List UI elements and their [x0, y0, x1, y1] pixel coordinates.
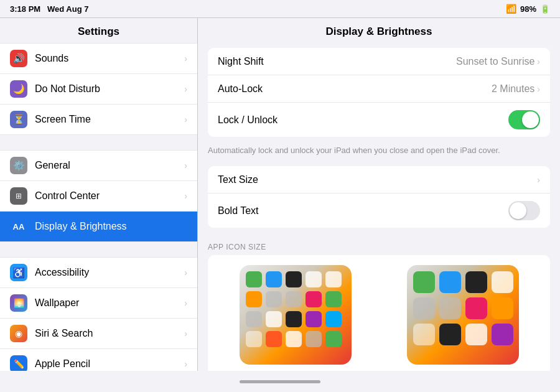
wallpaper-chevron: ›: [184, 298, 187, 308]
icon-option-more[interactable]: More ✓: [218, 265, 373, 371]
svg-rect-20: [325, 331, 342, 347]
screen-time-label: Screen Time: [35, 114, 184, 125]
sounds-icon: 🔊: [10, 50, 27, 67]
svg-rect-27: [439, 297, 461, 319]
svg-rect-23: [439, 271, 461, 293]
display-section-2: Text Size › Bold Text: [208, 166, 550, 228]
status-bar: 3:18 PM Wed Aug 7 📶 98% 🔋: [0, 0, 560, 17]
svg-rect-7: [266, 291, 282, 307]
icon-option-bigger[interactable]: Bigger: [385, 265, 540, 371]
auto-lock-row[interactable]: Auto-Lock 2 Minutes ›: [208, 75, 550, 103]
lock-unlock-helper: Automatically lock and unlock your iPad …: [198, 142, 560, 161]
toggle-knob: [522, 111, 539, 128]
svg-rect-8: [286, 291, 302, 307]
svg-rect-19: [306, 331, 322, 347]
display-section-1: Night Shift Sunset to Sunrise › Auto-Loc…: [208, 48, 550, 137]
do-not-disturb-chevron: ›: [184, 84, 187, 94]
sidebar-item-display-brightness[interactable]: AA Display & Brightness: [0, 212, 197, 242]
apple-pencil-icon: ✏️: [10, 355, 27, 371]
bold-text-toggle[interactable]: [508, 201, 540, 220]
sidebar-group-1: 🔊 Sounds › 🌙 Do Not Disturb › ⏳ Screen T…: [0, 43, 197, 135]
detail-title: Display & Brightness: [198, 18, 560, 43]
siri-search-label: Siri & Search: [35, 328, 184, 339]
svg-rect-6: [246, 291, 262, 307]
control-center-chevron: ›: [184, 191, 187, 201]
status-time-date: 3:18 PM Wed Aug 7: [10, 4, 88, 14]
detail-panel: Display & Brightness Night Shift Sunset …: [198, 18, 560, 371]
accessibility-icon: ♿: [10, 264, 27, 281]
svg-rect-3: [286, 271, 302, 287]
bottom-bar: [0, 371, 560, 392]
svg-rect-24: [465, 271, 487, 293]
auto-lock-chevron: ›: [537, 84, 540, 94]
svg-rect-33: [492, 324, 513, 345]
sidebar-item-sounds[interactable]: 🔊 Sounds ›: [0, 43, 197, 74]
sounds-chevron: ›: [184, 54, 187, 63]
svg-rect-29: [492, 297, 513, 319]
svg-rect-25: [492, 271, 513, 293]
sidebar-item-accessibility[interactable]: ♿ Accessibility ›: [0, 257, 197, 288]
sidebar-item-do-not-disturb[interactable]: 🌙 Do Not Disturb ›: [0, 74, 197, 105]
accessibility-label: Accessibility: [35, 267, 184, 278]
battery-level: 98%: [520, 4, 536, 14]
svg-rect-2: [266, 271, 282, 287]
display-brightness-label: Display & Brightness: [35, 221, 187, 232]
night-shift-label: Night Shift: [218, 56, 456, 67]
night-shift-row[interactable]: Night Shift Sunset to Sunrise ›: [208, 48, 550, 75]
svg-rect-11: [246, 311, 262, 327]
sounds-label: Sounds: [35, 53, 184, 64]
sidebar-item-general[interactable]: ⚙️ General ›: [0, 150, 197, 181]
svg-rect-26: [413, 297, 435, 319]
svg-rect-4: [306, 271, 322, 287]
svg-rect-16: [246, 331, 262, 347]
svg-rect-30: [413, 324, 435, 345]
status-indicators: 📶 98% 🔋: [506, 4, 550, 14]
general-label: General: [35, 160, 184, 171]
night-shift-chevron: ›: [537, 57, 540, 67]
spacer-2: [0, 242, 197, 257]
svg-rect-18: [286, 331, 302, 347]
accessibility-chevron: ›: [184, 268, 187, 278]
sidebar-item-screen-time[interactable]: ⏳ Screen Time ›: [0, 105, 197, 135]
app-container: Settings 🔊 Sounds › 🌙 Do Not Disturb › ⏳…: [0, 17, 560, 371]
app-icon-size-container: More ✓: [208, 255, 550, 371]
screen-time-icon: ⏳: [10, 111, 27, 128]
apple-pencil-chevron: ›: [184, 359, 187, 369]
general-chevron: ›: [184, 161, 187, 170]
siri-search-chevron: ›: [184, 329, 187, 338]
night-shift-value: Sunset to Sunrise: [456, 56, 534, 67]
siri-search-icon: ◉: [10, 325, 27, 342]
svg-rect-22: [413, 271, 435, 293]
home-indicator: [240, 380, 320, 383]
auto-lock-value: 2 Minutes: [492, 83, 534, 95]
sidebar-item-apple-pencil[interactable]: ✏️ Apple Pencil ›: [0, 349, 197, 371]
status-date: Wed Aug 7: [47, 4, 88, 14]
screen-time-chevron: ›: [184, 114, 187, 124]
text-size-label: Text Size: [218, 174, 537, 185]
bold-text-toggle-knob: [510, 202, 526, 219]
svg-rect-5: [325, 271, 342, 287]
svg-rect-28: [465, 297, 487, 319]
sidebar-title: Settings: [0, 18, 197, 43]
sidebar-item-siri-search[interactable]: ◉ Siri & Search ›: [0, 319, 197, 349]
status-time: 3:18 PM: [10, 4, 40, 14]
svg-rect-10: [325, 291, 342, 307]
sidebar-group-2: ⚙️ General › ⊞ Control Center › AA Displ…: [0, 150, 197, 242]
battery-icon: 🔋: [540, 4, 550, 14]
auto-lock-label: Auto-Lock: [218, 83, 492, 95]
icon-preview-more-svg: [240, 265, 352, 365]
text-size-chevron: ›: [537, 175, 540, 185]
svg-rect-31: [439, 324, 461, 345]
wifi-icon: 📶: [506, 4, 516, 14]
sidebar-item-control-center[interactable]: ⊞ Control Center ›: [0, 181, 197, 212]
sidebar-item-wallpaper[interactable]: 🌅 Wallpaper ›: [0, 288, 197, 319]
svg-rect-1: [246, 271, 262, 287]
lock-unlock-row: Lock / Unlock: [208, 103, 550, 137]
bold-text-label: Bold Text: [218, 205, 508, 217]
lock-unlock-toggle[interactable]: [508, 110, 540, 129]
text-size-row[interactable]: Text Size ›: [208, 166, 550, 194]
svg-rect-9: [306, 291, 322, 307]
svg-rect-14: [306, 311, 322, 327]
control-center-label: Control Center: [35, 190, 184, 202]
apple-pencil-label: Apple Pencil: [35, 358, 184, 370]
